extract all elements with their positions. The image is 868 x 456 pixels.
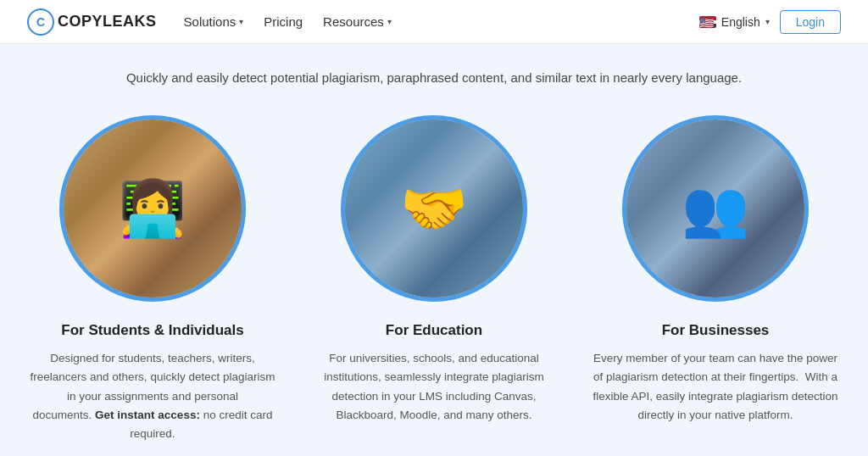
card-image-students (59, 115, 246, 302)
login-button[interactable]: Login (780, 10, 841, 34)
nav-resources[interactable]: Resources ▾ (323, 14, 392, 29)
nav-pricing[interactable]: Pricing (264, 14, 303, 29)
logo[interactable]: COPYLEAKS (27, 8, 157, 36)
navbar: COPYLEAKS Solutions ▾ Pricing Resources … (0, 0, 868, 44)
card-desc-students: Designed for students, teachers, writers… (27, 349, 278, 443)
flag-icon: 🇺🇸 (699, 16, 716, 28)
subtitle-text: Quickly and easily detect potential plag… (27, 68, 841, 88)
business-image (626, 120, 804, 298)
students-image (64, 120, 242, 298)
subtitle-row: Quickly and easily detect potential plag… (27, 68, 841, 88)
logo-icon (27, 8, 54, 36)
card-title-students: For Students & Individuals (61, 322, 243, 339)
cards-row: For Students & Individuals Designed for … (27, 115, 841, 456)
language-label: English (721, 15, 760, 29)
card-title-business: For Businesses (662, 322, 770, 339)
card-business: For Businesses Every member of your team… (590, 115, 841, 456)
card-image-education (341, 115, 527, 302)
nav-links: Solutions ▾ Pricing Resources ▾ (184, 14, 699, 29)
chevron-down-icon-resources: ▾ (387, 17, 392, 26)
card-image-business (622, 115, 809, 302)
main-content: Quickly and easily detect potential plag… (0, 44, 868, 456)
nav-right: 🇺🇸 English ▾ Login (699, 10, 841, 34)
card-students: For Students & Individuals Designed for … (27, 115, 278, 456)
nav-solutions[interactable]: Solutions ▾ (184, 14, 244, 29)
language-selector[interactable]: 🇺🇸 English ▾ (699, 15, 770, 29)
card-title-education: For Education (386, 322, 482, 339)
card-education: For Education For universities, schools,… (309, 115, 559, 456)
chevron-down-icon-lang: ▾ (765, 17, 770, 26)
chevron-down-icon: ▾ (239, 17, 243, 26)
card-desc-business: Every member of your team can have the p… (590, 349, 841, 443)
logo-text: COPYLEAKS (58, 13, 157, 31)
card-desc-education: For universities, schools, and education… (309, 349, 559, 443)
card-desc-bold-students: Get instant access: (95, 409, 200, 421)
education-image (345, 120, 523, 298)
